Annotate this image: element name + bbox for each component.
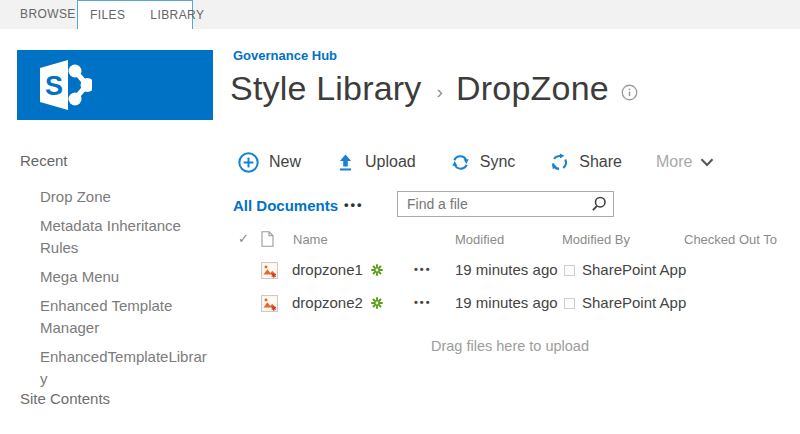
sync-button-label: Sync xyxy=(480,153,516,171)
ribbon-tab-bar: BROWSE FILES LIBRARY xyxy=(0,0,800,29)
nav-item-enhancedtemplatelibrary[interactable]: EnhancedTemplateLibrary xyxy=(40,346,208,390)
upload-button[interactable]: Upload xyxy=(335,152,416,173)
command-toolbar: New Upload Sync S xyxy=(237,146,714,178)
modified-by-link[interactable]: SharePoint App xyxy=(582,261,686,278)
title-current-folder: DropZone xyxy=(456,69,609,108)
modified-value: 19 minutes ago xyxy=(455,261,558,278)
column-header-name[interactable]: Name xyxy=(293,232,328,247)
select-all-icon[interactable]: ✓ xyxy=(238,231,249,246)
sync-button[interactable]: Sync xyxy=(450,152,516,173)
sharepoint-logo-icon: S xyxy=(32,55,92,115)
view-menu-ellipsis[interactable]: ••• xyxy=(344,197,364,212)
share-icon xyxy=(549,152,570,173)
site-logo[interactable]: S xyxy=(17,50,213,120)
breadcrumb-site-link[interactable]: Governance Hub xyxy=(233,48,337,63)
sync-icon xyxy=(450,152,471,173)
more-button-label: More xyxy=(656,153,692,171)
chevron-down-icon xyxy=(700,158,714,167)
column-header-modified[interactable]: Modified xyxy=(455,232,504,247)
presence-indicator xyxy=(564,298,575,309)
svg-text:S: S xyxy=(45,71,63,101)
search-icon[interactable] xyxy=(585,192,613,216)
column-header-checked-out-to[interactable]: Checked Out To xyxy=(684,232,777,247)
modified-value: 19 minutes ago xyxy=(455,294,558,311)
tab-browse[interactable]: BROWSE xyxy=(20,0,76,29)
upload-button-label: Upload xyxy=(365,153,416,171)
new-button[interactable]: New xyxy=(237,151,301,174)
more-button[interactable]: More xyxy=(656,153,714,171)
title-library-link[interactable]: Style Library xyxy=(230,69,422,108)
new-item-badge-icon xyxy=(371,264,383,276)
contextual-tab-group: FILES LIBRARY xyxy=(77,0,193,29)
share-button-label: Share xyxy=(579,153,622,171)
image-file-icon xyxy=(261,262,278,283)
new-item-badge-icon xyxy=(371,297,383,309)
column-header-modified-by[interactable]: Modified By xyxy=(562,232,630,247)
row-menu-ellipsis[interactable]: ••• xyxy=(414,263,432,275)
image-file-icon xyxy=(261,295,278,316)
plus-circle-icon xyxy=(237,151,260,174)
document-type-column-icon xyxy=(261,231,274,250)
row-menu-ellipsis[interactable]: ••• xyxy=(414,296,432,308)
table-row: dropzone2 ••• 19 minutes ago SharePoint … xyxy=(0,294,800,318)
table-row: dropzone1 ••• 19 minutes ago SharePoint … xyxy=(0,261,800,285)
new-button-label: New xyxy=(269,153,301,171)
tab-library[interactable]: LIBRARY xyxy=(150,8,204,22)
upload-icon xyxy=(335,152,356,173)
file-name-link[interactable]: dropzone2 xyxy=(292,294,363,311)
search-input[interactable] xyxy=(398,196,585,212)
share-button[interactable]: Share xyxy=(549,152,622,173)
tab-files[interactable]: FILES xyxy=(90,8,125,22)
find-a-file-searchbox xyxy=(397,191,614,217)
page-title: Style Library › DropZone xyxy=(230,69,639,108)
nav-item-site-contents[interactable]: Site Contents xyxy=(20,390,110,407)
view-selector-all-documents[interactable]: All Documents xyxy=(233,197,338,214)
nav-recent-heading[interactable]: Recent xyxy=(20,152,68,169)
presence-indicator xyxy=(564,265,575,276)
nav-item-drop-zone[interactable]: Drop Zone xyxy=(40,186,208,208)
breadcrumb-separator: › xyxy=(437,81,444,103)
modified-by-link[interactable]: SharePoint App xyxy=(582,294,686,311)
drag-files-hint: Drag files here to upload xyxy=(431,338,589,354)
info-icon[interactable] xyxy=(620,83,639,102)
file-name-link[interactable]: dropzone1 xyxy=(292,261,363,278)
table-header-row: ✓ Name Modified Modified By Checked Out … xyxy=(0,232,800,252)
recent-nav-list: Drop Zone Metadata Inheritance Rules Meg… xyxy=(40,186,208,397)
